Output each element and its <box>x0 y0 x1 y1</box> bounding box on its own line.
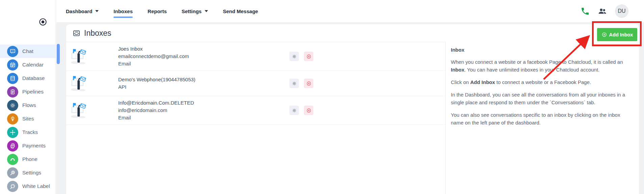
phone-handset-icon <box>7 154 18 165</box>
mailbox-icon <box>69 47 88 66</box>
tab-settings[interactable]: Settings <box>182 0 208 22</box>
gear-icon <box>291 81 297 86</box>
sidebar-item-label: Chat <box>22 48 33 54</box>
sidebar-item-white-label[interactable]: White Label <box>0 179 56 193</box>
tracks-icon <box>7 127 18 138</box>
sidebar-item-chat[interactable]: Chat <box>0 45 56 58</box>
sidebar-item-calendar[interactable]: Calendar <box>0 58 56 72</box>
tab-send-message[interactable]: Send Message <box>223 0 258 22</box>
calendar-icon <box>7 59 18 71</box>
inbox-row-actions <box>289 106 313 115</box>
topbar-right-actions: DU <box>581 4 644 18</box>
inbox-channel: Email <box>118 60 189 67</box>
sidebar-menu: Chat Calendar Database Pipelines Flows <box>0 45 56 193</box>
user-avatar[interactable]: DU <box>615 4 628 18</box>
sidebar-item-payments[interactable]: Payments <box>0 139 56 153</box>
sites-icon <box>7 113 18 124</box>
inbox-delete-button[interactable] <box>304 106 313 115</box>
top-navigation-bar: Dashboard Inboxes Reports Settings Send … <box>56 0 644 22</box>
tab-label: Dashboard <box>66 8 92 14</box>
inbox-settings-button[interactable] <box>289 106 299 115</box>
inbox-delete-button[interactable] <box>304 52 313 61</box>
inboxes-card: Inboxes Joes Inbox emailconnectdemo@gmai… <box>66 24 639 194</box>
sidebar-item-pipelines[interactable]: Pipelines <box>0 85 56 99</box>
flows-icon <box>7 100 18 111</box>
payments-icon <box>7 140 18 151</box>
circle-x-icon <box>306 54 312 59</box>
caret-down-icon <box>95 10 99 12</box>
sidebar-item-label: Tracks <box>22 129 38 135</box>
tab-reports[interactable]: Reports <box>148 0 167 22</box>
inbox-delete-button[interactable] <box>304 79 313 88</box>
inbox-name: Joes Inbox <box>118 45 189 53</box>
help-title: Inbox <box>451 46 634 54</box>
inbox-row-actions <box>289 79 313 88</box>
inbox-details: Info@Ericdomain.Com.DELETED info@ericdom… <box>118 99 194 121</box>
tab-label: Settings <box>182 8 202 14</box>
sidebar-item-settings[interactable]: Settings <box>0 166 56 179</box>
help-text: When you connect a website or a facebook… <box>451 59 623 65</box>
inbox-address: info@ericdomain.com <box>118 107 194 114</box>
tab-inboxes[interactable]: Inboxes <box>113 0 133 22</box>
sidebar-item-label: Pipelines <box>22 89 44 95</box>
nav-tabs: Dashboard Inboxes Reports Settings Send … <box>66 0 258 22</box>
page-title: Inboxes <box>84 29 111 38</box>
record-circle-icon <box>38 17 48 27</box>
database-icon <box>7 73 18 84</box>
help-text-bold: Inbox <box>451 67 464 73</box>
gear-icon <box>291 54 297 59</box>
inbox-list: Joes Inbox emailconnectdemo@gmail.com Em… <box>66 42 446 194</box>
scrollbar-thumb[interactable] <box>57 44 60 64</box>
circle-x-icon <box>306 108 312 113</box>
sidebar: Chat Calendar Database Pipelines Flows <box>0 0 56 194</box>
active-tab-underline <box>113 17 133 18</box>
help-paragraph: In the Dashboard, you can see all the co… <box>451 91 634 106</box>
tab-dashboard[interactable]: Dashboard <box>66 0 99 22</box>
sidebar-item-label: Payments <box>22 143 46 149</box>
card-header: Inboxes <box>66 24 639 42</box>
inbox-list-item[interactable]: Info@Ericdomain.Com.DELETED info@ericdom… <box>66 96 445 125</box>
inbox-details: Joes Inbox emailconnectdemo@gmail.com Em… <box>118 45 189 67</box>
card-body: Joes Inbox emailconnectdemo@gmail.com Em… <box>66 42 639 194</box>
inbox-list-item[interactable]: Joes Inbox emailconnectdemo@gmail.com Em… <box>66 42 445 71</box>
help-text: to connect a website or a Facebook Page. <box>495 79 591 85</box>
sidebar-item-label: Sites <box>22 116 34 122</box>
sidebar-item-label: Settings <box>22 170 41 176</box>
main-content-area: Inboxes Joes Inbox emailconnectdemo@gmai… <box>56 22 644 194</box>
inbox-channel: API <box>118 83 196 91</box>
pipelines-icon <box>7 86 18 98</box>
inbox-address: emailconnectdemo@gmail.com <box>118 53 189 60</box>
gear-icon <box>291 108 297 113</box>
inbox-name: Demo's Webphone(19044785053) <box>118 76 196 83</box>
help-text: Click on <box>451 79 470 85</box>
inbox-name: Info@Ericdomain.Com.DELETED <box>118 99 194 107</box>
sidebar-item-flows[interactable]: Flows <box>0 99 56 112</box>
chat-icon <box>7 46 18 57</box>
sidebar-item-label: Calendar <box>22 62 44 68</box>
inbox-channel: Email <box>118 114 194 121</box>
help-panel: Inbox When you connect a website or a fa… <box>446 42 639 194</box>
tab-label: Send Message <box>223 8 258 14</box>
mailbox-icon <box>69 74 88 93</box>
sidebar-item-phone[interactable]: Phone <box>0 153 56 166</box>
inbox-settings-button[interactable] <box>289 52 299 61</box>
palette-brush-icon <box>7 181 18 192</box>
sidebar-item-sites[interactable]: Sites <box>0 112 56 126</box>
inbox-list-item[interactable]: Demo's Webphone(19044785053) API <box>66 71 445 96</box>
inbox-tray-icon <box>73 29 80 37</box>
sidebar-collapse-toggle[interactable] <box>38 17 48 27</box>
mailbox-icon <box>69 101 88 120</box>
sidebar-item-tracks[interactable]: Tracks <box>0 126 56 139</box>
sidebar-item-database[interactable]: Database <box>0 72 56 85</box>
sidebar-item-label: White Label <box>22 183 50 189</box>
sidebar-item-label: Flows <box>22 102 36 108</box>
inbox-row-actions <box>289 52 313 61</box>
sidebar-item-label: Database <box>22 75 45 81</box>
caret-down-icon <box>205 10 208 12</box>
add-inbox-label: Add Inbox <box>609 32 633 37</box>
phone-icon[interactable] <box>581 7 590 16</box>
inbox-settings-button[interactable] <box>289 79 299 88</box>
sidebar-item-label: Phone <box>22 156 37 162</box>
add-inbox-button[interactable]: Add Inbox <box>597 28 637 41</box>
contacts-people-icon[interactable] <box>598 7 607 16</box>
